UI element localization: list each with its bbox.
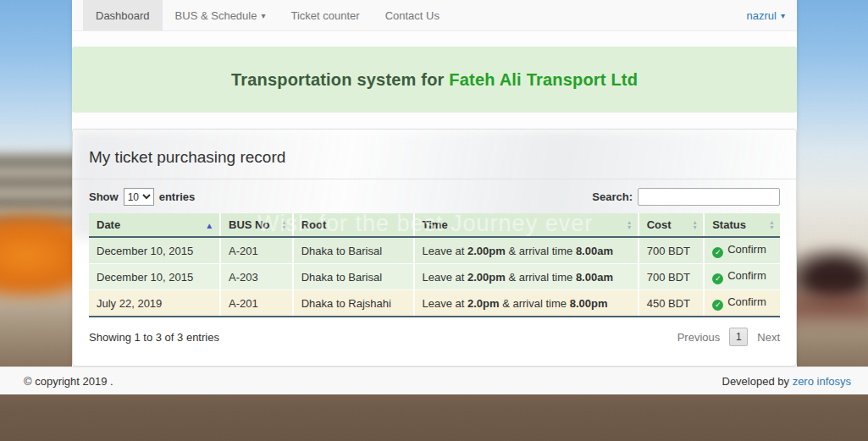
cell-time: Leave at 2.00pm & arrival time 8.00am (414, 237, 639, 264)
entries-label: entries (159, 190, 196, 203)
nav-item-label: Ticket counter (290, 9, 359, 22)
page-length-select[interactable]: 10 (124, 188, 154, 206)
column-header-bus-no[interactable]: BUS No ▲▼ (220, 213, 293, 237)
caret-down-icon: ▾ (261, 11, 265, 20)
cell-time: Leave at 2.00pm & arrival time 8.00am (414, 264, 639, 290)
user-menu[interactable]: nazrul ▾ (747, 9, 785, 22)
page-length-control: Show 10 entries (89, 188, 195, 206)
cell-cost: 450 BDT (639, 290, 705, 317)
section-heading: My ticket purchasing record (89, 148, 780, 167)
cell-date: December 10, 2015 (89, 237, 220, 264)
pagination: Previous 1 Next (677, 328, 780, 346)
search-control: Search: (592, 188, 780, 206)
company-name: Fateh Ali Transport Ltd (449, 70, 638, 89)
check-circle-icon: ✓ (712, 247, 723, 258)
table-footer: Showing 1 to 3 of 3 entries Previous 1 N… (89, 328, 780, 346)
background-red-blur (785, 295, 868, 320)
sort-icon: ▲▼ (281, 220, 287, 230)
cell-bus-no: A-201 (220, 290, 293, 317)
check-circle-icon: ✓ (712, 273, 723, 284)
nav-item-ticket-counter[interactable]: Ticket counter (278, 0, 372, 30)
column-header-root[interactable]: Root (293, 213, 414, 237)
page-number-button[interactable]: 1 (729, 328, 748, 346)
check-circle-icon: ✓ (712, 300, 723, 311)
sort-icon: ▲▼ (769, 220, 775, 230)
nav-item-contact-us[interactable]: Contact Us (373, 0, 452, 30)
nav-item-label: Dashboard (96, 9, 150, 22)
table-controls: Show 10 entries Search: (89, 188, 780, 206)
table-row: December 10, 2015 A-201 Dhaka to Barisal… (89, 237, 780, 264)
table-row: July 22, 2019 A-201 Dhaka to Rajshahi Le… (89, 290, 780, 317)
top-navbar: Dashboard BUS & Schedule ▾ Ticket counte… (72, 0, 797, 31)
user-name: nazrul (747, 9, 777, 22)
copyright-text: © copyright 2019 . (24, 375, 113, 388)
cell-root: Dhaka to Rajshahi (293, 290, 414, 317)
show-label: Show (89, 190, 119, 203)
column-header-cost[interactable]: Cost ▲▼ (639, 213, 705, 237)
cell-status: ✓Confirm (704, 264, 780, 290)
status-badge: Confirm (727, 269, 766, 282)
sort-icon: ▲▼ (692, 220, 698, 230)
next-button[interactable]: Next (757, 331, 780, 344)
cell-date: July 22, 2019 (89, 290, 220, 317)
developer-credit: Developed by zero infosys (722, 375, 852, 388)
search-input[interactable] (638, 188, 780, 206)
cell-bus-no: A-201 (220, 237, 293, 264)
column-header-time[interactable]: Time ▲▼ (414, 213, 639, 237)
entries-summary: Showing 1 to 3 of 3 entries (89, 331, 219, 344)
cell-cost: 700 BDT (639, 264, 705, 290)
cell-status: ✓Confirm (704, 237, 780, 264)
cell-root: Dhaka to Barisal (293, 264, 414, 290)
main-container: Dashboard BUS & Schedule ▾ Ticket counte… (72, 0, 797, 367)
title-banner: Transportation system for Fateh Ali Tran… (72, 47, 797, 113)
table-header-row: Date ▲ BUS No ▲▼ Root Time ▲▼ (89, 213, 780, 237)
nav-item-bus-schedule[interactable]: BUS & Schedule ▾ (163, 0, 279, 30)
caret-down-icon: ▾ (781, 11, 785, 20)
site-footer: © copyright 2019 . Developed by zero inf… (0, 367, 868, 394)
sort-icon: ▲▼ (627, 220, 633, 230)
sort-asc-icon: ▲ (205, 220, 213, 229)
page-title: Transportation system for Fateh Ali Tran… (231, 70, 638, 90)
cell-cost: 700 BDT (639, 237, 705, 264)
status-badge: Confirm (727, 243, 766, 256)
divider (73, 179, 796, 179)
previous-button[interactable]: Previous (677, 331, 721, 344)
nav-item-label: BUS & Schedule (175, 9, 257, 22)
cell-bus-no: A-203 (220, 264, 293, 290)
cell-date: December 10, 2015 (89, 264, 220, 290)
status-badge: Confirm (727, 295, 766, 308)
cell-status: ✓Confirm (704, 290, 780, 317)
search-label: Search: (592, 190, 633, 203)
cell-root: Dhaka to Barisal (293, 237, 414, 264)
column-header-status[interactable]: Status ▲▼ (704, 213, 780, 237)
navbar-right: nazrul ▾ (747, 0, 797, 30)
page-title-prefix: Transportation system for (231, 70, 449, 89)
nav-item-dashboard[interactable]: Dashboard (83, 0, 163, 30)
ticket-table: Date ▲ BUS No ▲▼ Root Time ▲▼ (89, 213, 780, 317)
ticket-record-card: Wish for the best Journey ever My ticket… (72, 129, 797, 367)
nav-item-label: Contact Us (385, 9, 440, 22)
table-row: December 10, 2015 A-203 Dhaka to Barisal… (89, 264, 780, 290)
developer-link[interactable]: zero infosys (793, 375, 851, 388)
column-header-date[interactable]: Date ▲ (89, 213, 220, 237)
cell-time: Leave at 2.0pm & arrival time 8.00pm (414, 290, 639, 317)
